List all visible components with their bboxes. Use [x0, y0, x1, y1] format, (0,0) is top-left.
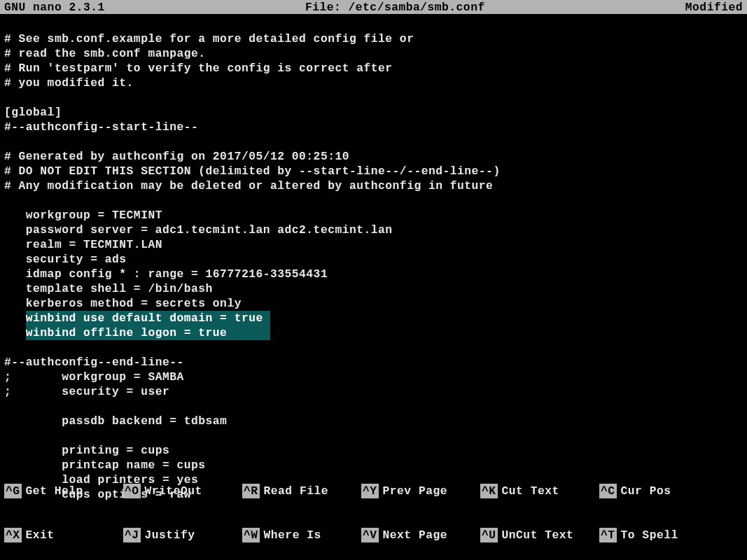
editor-line[interactable]: template shell = /bin/bash [4, 281, 743, 296]
editor-area[interactable]: # See smb.conf.example for a more detail… [0, 14, 747, 502]
shortcut-bar: ^GGet Help^OWriteOut^RRead File^YPrev Pa… [0, 454, 747, 560]
editor-line[interactable] [4, 399, 743, 414]
shortcut-key: ^G [4, 484, 22, 498]
file-path: File: /etc/samba/smb.conf [105, 1, 685, 14]
shortcut-label: Cur Pos [621, 484, 671, 498]
editor-line[interactable]: #--authconfig--start-line-- [4, 120, 743, 134]
shortcut-item[interactable]: ^UUnCut Text [480, 528, 599, 542]
shortcut-key: ^J [123, 528, 141, 542]
shortcut-item[interactable]: ^RRead File [242, 484, 361, 498]
shortcut-row-2: ^XExit^JJustify^WWhere Is^VNext Page^UUn… [4, 528, 743, 542]
shortcut-key: ^O [123, 484, 141, 498]
app-name: GNU nano 2.3.1 [4, 1, 105, 14]
editor-line[interactable]: realm = TECMINT.LAN [4, 237, 743, 252]
shortcut-row-1: ^GGet Help^OWriteOut^RRead File^YPrev Pa… [4, 484, 743, 498]
editor-line[interactable]: #--authconfig--end-line-- [4, 355, 743, 370]
shortcut-label: UnCut Text [502, 528, 574, 542]
shortcut-key: ^K [480, 484, 498, 498]
shortcut-label: Cut Text [502, 484, 559, 498]
editor-line[interactable] [4, 134, 743, 149]
editor-line[interactable] [4, 428, 743, 443]
shortcut-item[interactable]: ^WWhere Is [242, 528, 361, 542]
highlighted-text[interactable]: winbind use default domain = true [26, 311, 270, 326]
editor-line[interactable]: [global] [4, 105, 743, 120]
shortcut-label: WriteOut [145, 484, 202, 498]
shortcut-key: ^V [361, 528, 379, 542]
editor-line[interactable]: ; security = user [4, 384, 743, 399]
editor-line[interactable]: # read the smb.conf manpage. [4, 46, 743, 61]
shortcut-item[interactable]: ^TTo Spell [599, 528, 718, 542]
shortcut-label: Get Help [26, 484, 83, 498]
shortcut-label: Where Is [264, 528, 321, 542]
editor-line[interactable]: workgroup = TECMINT [4, 208, 743, 223]
shortcut-label: Justify [145, 528, 195, 542]
highlighted-text[interactable]: winbind offline logon = true [26, 326, 270, 340]
editor-line[interactable] [4, 90, 743, 105]
shortcut-item[interactable]: ^JJustify [123, 528, 242, 542]
shortcut-key: ^U [480, 528, 498, 542]
editor-line[interactable] [4, 193, 743, 208]
editor-line[interactable]: kerberos method = secrets only [4, 296, 743, 311]
editor-line[interactable]: winbind offline logon = true [4, 326, 743, 340]
shortcut-item[interactable]: ^OWriteOut [123, 484, 242, 498]
editor-line[interactable]: password server = adc1.tecmint.lan adc2.… [4, 223, 743, 237]
shortcut-key: ^X [4, 528, 22, 542]
editor-line[interactable] [4, 17, 743, 31]
shortcut-item[interactable]: ^CCur Pos [599, 484, 718, 498]
shortcut-item[interactable]: ^XExit [4, 528, 123, 542]
shortcut-label: Next Page [383, 528, 447, 542]
editor-line[interactable]: idmap config * : range = 16777216-335544… [4, 267, 743, 281]
titlebar: GNU nano 2.3.1 File: /etc/samba/smb.conf… [0, 0, 747, 14]
editor-line[interactable]: # Run 'testparm' to verify the config is… [4, 61, 743, 76]
shortcut-item[interactable]: ^KCut Text [480, 484, 599, 498]
shortcut-item[interactable]: ^VNext Page [361, 528, 480, 542]
shortcut-label: Prev Page [383, 484, 447, 498]
shortcut-label: To Spell [621, 528, 678, 542]
editor-line[interactable]: ; workgroup = SAMBA [4, 370, 743, 384]
shortcut-key: ^W [242, 528, 260, 542]
shortcut-key: ^C [599, 484, 617, 498]
editor-line[interactable]: # Generated by authconfig on 2017/05/12 … [4, 149, 743, 164]
shortcut-key: ^Y [361, 484, 379, 498]
editor-line[interactable]: security = ads [4, 252, 743, 267]
shortcut-label: Exit [26, 528, 55, 542]
modified-status: Modified [685, 1, 743, 14]
editor-line[interactable]: passdb backend = tdbsam [4, 414, 743, 428]
editor-line[interactable] [4, 340, 743, 355]
editor-line[interactable]: # DO NOT EDIT THIS SECTION (delimited by… [4, 164, 743, 178]
shortcut-item[interactable]: ^YPrev Page [361, 484, 480, 498]
shortcut-key: ^R [242, 484, 260, 498]
shortcut-key: ^T [599, 528, 617, 542]
editor-line[interactable]: # Any modification may be deleted or alt… [4, 178, 743, 193]
shortcut-label: Read File [264, 484, 328, 498]
editor-line[interactable]: # you modified it. [4, 76, 743, 90]
shortcut-item[interactable]: ^GGet Help [4, 484, 123, 498]
editor-line[interactable]: winbind use default domain = true [4, 311, 743, 326]
editor-line[interactable]: # See smb.conf.example for a more detail… [4, 31, 743, 46]
